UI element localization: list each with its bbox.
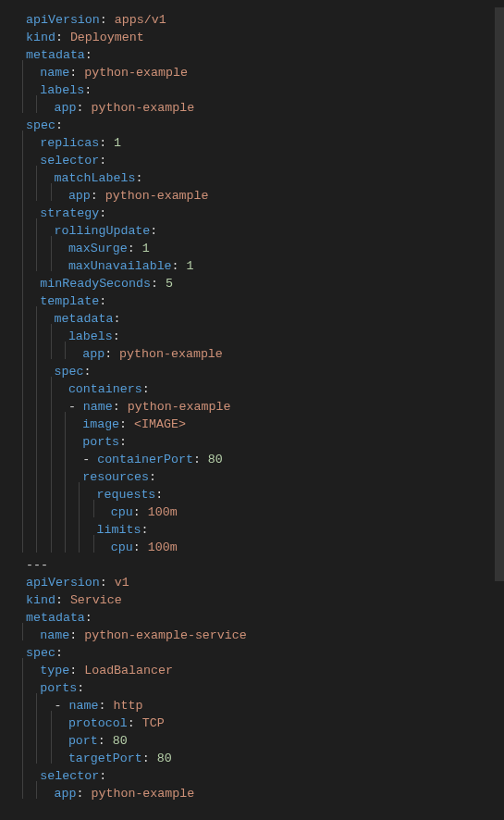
yaml-key: app: [68, 189, 91, 203]
yaml-colon: :: [135, 171, 142, 185]
yaml-key: strategy: [40, 206, 99, 220]
code-line[interactable]: containers:: [4, 380, 504, 398]
yaml-key: replicas: [40, 136, 99, 150]
yaml-colon: :: [149, 470, 156, 484]
yaml-key: image: [82, 417, 119, 431]
yaml-colon: :: [99, 769, 106, 783]
yaml-key: name: [40, 66, 69, 80]
yaml-key: selector: [40, 769, 99, 783]
code-line[interactable]: targetPort: 80: [4, 750, 504, 767]
yaml-colon: :: [99, 294, 106, 308]
code-line[interactable]: protocol: TCP: [4, 714, 504, 732]
code-line[interactable]: selector:: [4, 152, 504, 169]
yaml-colon: :: [98, 734, 105, 748]
yaml-colon: :: [133, 505, 141, 519]
yaml-key: kind: [26, 593, 55, 607]
code-line[interactable]: name: python-example: [4, 64, 504, 81]
yaml-key: containerPort: [97, 453, 193, 466]
yaml-key: selector: [40, 154, 99, 168]
yaml-colon: :: [128, 242, 135, 255]
yaml-key: maxUnavailable: [68, 259, 172, 273]
yaml-colon: :: [119, 435, 127, 449]
code-line[interactable]: labels:: [4, 81, 504, 99]
code-line[interactable]: spec:: [4, 644, 504, 662]
code-line[interactable]: metadata:: [4, 609, 504, 627]
yaml-key: containers: [68, 382, 142, 396]
yaml-value: Deployment: [70, 31, 144, 44]
scrollbar-thumb[interactable]: [495, 7, 504, 581]
yaml-colon: :: [99, 206, 106, 220]
code-line[interactable]: cpu: 100m: [4, 503, 504, 521]
code-line[interactable]: image: <IMAGE>: [4, 416, 504, 433]
yaml-colon: :: [55, 593, 63, 607]
yaml-key: apiVersion: [26, 13, 100, 27]
breadcrumb[interactable]: [0, 0, 504, 7]
yaml-colon: :: [142, 752, 150, 765]
code-line[interactable]: labels:: [4, 328, 504, 345]
code-line[interactable]: spec:: [4, 363, 504, 380]
code-editor[interactable]: apiVersion: apps/v1kind: Deploymentmetad…: [0, 7, 504, 806]
code-line[interactable]: app: python-example: [4, 99, 504, 117]
code-line[interactable]: - containerPort: 80: [4, 451, 504, 468]
yaml-colon: :: [119, 417, 127, 431]
yaml-value: Service: [70, 593, 122, 607]
code-line[interactable]: replicas: 1: [4, 134, 504, 152]
yaml-key: apiVersion: [26, 576, 100, 590]
yaml-colon: :: [99, 154, 106, 168]
yaml-key: template: [40, 294, 99, 308]
code-line[interactable]: ---: [4, 556, 504, 574]
code-line[interactable]: app: python-example: [4, 187, 504, 205]
yaml-key: name: [40, 628, 69, 642]
code-line[interactable]: - name: python-example: [4, 398, 504, 416]
code-line[interactable]: app: python-example: [4, 345, 504, 363]
code-line[interactable]: apiVersion: v1: [4, 574, 504, 591]
yaml-value: python-example: [128, 400, 231, 414]
yaml-colon: :: [113, 329, 120, 343]
yaml-key: spec: [55, 365, 84, 379]
code-line[interactable]: metadata:: [4, 310, 504, 328]
code-line[interactable]: kind: Service: [4, 591, 504, 609]
code-line[interactable]: template:: [4, 292, 504, 310]
code-line[interactable]: - name: http: [4, 697, 504, 714]
yaml-colon: :: [104, 347, 112, 361]
yaml-value: TCP: [142, 716, 165, 730]
code-line[interactable]: maxSurge: 1: [4, 240, 504, 257]
yaml-colon: :: [113, 400, 120, 414]
code-line[interactable]: spec:: [4, 117, 504, 134]
code-line[interactable]: minReadySeconds: 5: [4, 275, 504, 292]
yaml-colon: :: [142, 382, 150, 396]
code-line[interactable]: type: LoadBalancer: [4, 662, 504, 679]
code-line[interactable]: cpu: 100m: [4, 539, 504, 556]
code-line[interactable]: ports:: [4, 679, 504, 697]
code-line[interactable]: name: python-example-service: [4, 627, 504, 644]
code-line[interactable]: rollingUpdate:: [4, 222, 504, 240]
yaml-key: app: [55, 101, 77, 115]
yaml-colon: :: [141, 523, 148, 537]
yaml-value: 80: [208, 453, 223, 466]
yaml-key: requests: [97, 488, 156, 502]
yaml-value: 1: [187, 259, 194, 273]
yaml-colon: :: [69, 664, 77, 677]
code-line[interactable]: strategy:: [4, 205, 504, 222]
code-line[interactable]: resources:: [4, 468, 504, 486]
yaml-dash: -: [68, 400, 83, 414]
vertical-scrollbar[interactable]: [491, 7, 504, 806]
code-line[interactable]: ports:: [4, 433, 504, 451]
yaml-colon: :: [84, 83, 92, 97]
yaml-colon: :: [99, 136, 106, 150]
code-line[interactable]: apiVersion: apps/v1: [4, 11, 504, 29]
code-line[interactable]: app: python-example: [4, 785, 504, 802]
code-line[interactable]: kind: Deployment: [4, 29, 504, 46]
yaml-colon: :: [91, 189, 98, 203]
yaml-colon: :: [113, 312, 120, 326]
code-line[interactable]: matchLabels:: [4, 169, 504, 187]
code-line[interactable]: maxUnavailable: 1: [4, 257, 504, 275]
code-line[interactable]: limits:: [4, 521, 504, 539]
yaml-key: labels: [68, 329, 113, 343]
code-line[interactable]: selector:: [4, 767, 504, 785]
code-line[interactable]: metadata:: [4, 46, 504, 64]
code-line[interactable]: port: 80: [4, 732, 504, 750]
code-line[interactable]: requests:: [4, 486, 504, 503]
yaml-key: ports: [82, 435, 119, 449]
yaml-colon: :: [193, 453, 201, 466]
